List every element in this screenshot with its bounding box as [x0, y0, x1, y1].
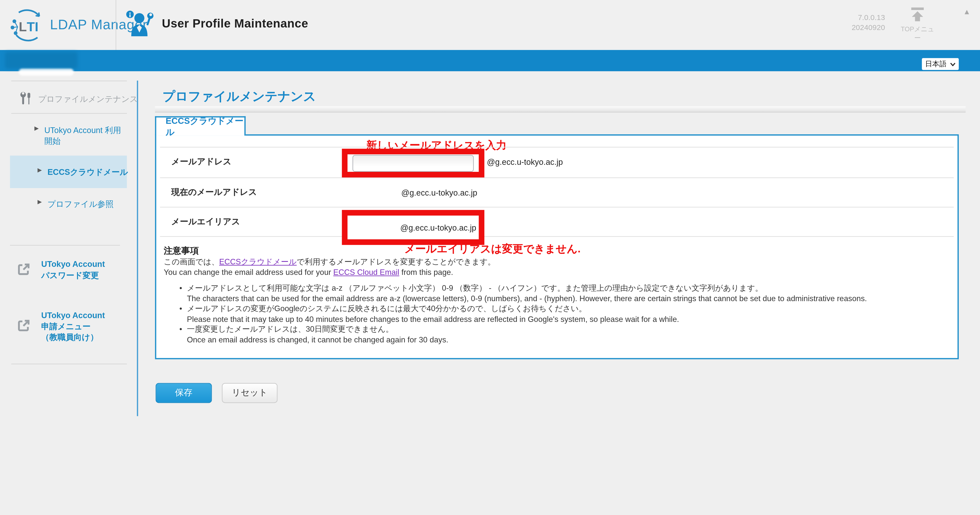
table-row-divider	[160, 236, 954, 237]
save-button[interactable]: 保存	[156, 383, 212, 403]
notes-text: この画面では、	[164, 258, 220, 266]
sidebar-link-password-change[interactable]: UTokyo Account パスワード変更	[17, 259, 105, 280]
sidebar-item-label: ECCSクラウドメール	[48, 167, 130, 177]
version-number: 7.0.0.13	[830, 13, 885, 22]
language-select[interactable]: 日本語	[922, 58, 959, 70]
chevron-down-icon	[950, 62, 956, 66]
table-row-divider	[160, 147, 954, 147]
bullet-en: Please note that it may take up to 40 mi…	[187, 314, 952, 324]
email-address-label: メールアドレス	[171, 156, 231, 168]
bullet-jp: メールアドレスとして利用可能な文字は a-z （アルファベット小文字） 0-9 …	[187, 283, 952, 293]
notes-text: で利用するメールアドレスを変更することができます。	[297, 258, 496, 266]
table-row-divider	[160, 177, 954, 178]
page-title: プロファイルメンテナンス	[162, 88, 316, 105]
external-link-icon	[17, 319, 30, 332]
triangle-right-icon: ▶	[38, 199, 42, 209]
email-alias-label: メールエイリアス	[171, 216, 240, 227]
sidebar-section-header: プロファイルメンテナンス	[19, 91, 138, 108]
tab-label: ECCSクラウドメール	[165, 115, 245, 138]
email-local-part-input[interactable]	[353, 154, 474, 171]
bullet-jp: 一度変更したメールアドレスは、30日間変更できません。	[187, 324, 952, 335]
list-item: 一度変更したメールアドレスは、30日間変更できません。 Once an emai…	[177, 324, 952, 345]
redacted-username	[5, 52, 78, 68]
sidebar-link-label: 申請メニュー	[41, 321, 105, 332]
reset-button[interactable]: リセット	[222, 383, 277, 403]
notes-intro-jp: この画面では、ECCSクラウドメールで利用するメールアドレスを変更することができ…	[164, 257, 945, 267]
bullet-en: The characters that can be used for the …	[187, 293, 952, 304]
sidebar-item-label: UTokyo Account 利用	[44, 125, 127, 135]
notes-heading: 注意事項	[164, 246, 199, 257]
language-select-value: 日本語	[925, 59, 947, 68]
current-email-value: @g.ecc.u-tokyo.ac.jp	[401, 188, 477, 197]
annotation-box-email-input	[342, 149, 484, 178]
divider	[11, 364, 127, 364]
notes-intro-en: You can change the email address used fo…	[164, 267, 945, 278]
ldap-logo-icon: LTI	[10, 8, 45, 43]
notes-bullet-list: メールアドレスとして利用可能な文字は a-z （アルファベット小文字） 0-9 …	[177, 283, 952, 345]
scroll-top-icon[interactable]: ▲	[963, 8, 971, 16]
annotation-alias-hint: メールエイリアスは変更できません.	[404, 242, 581, 256]
sidebar-section-title: プロファイルメンテナンス	[38, 94, 138, 105]
sidebar-link-label: （教職員向け）	[41, 332, 105, 343]
user-bar	[0, 50, 980, 71]
page: LTI LDAP Manager User Profile Maintena	[0, 0, 980, 515]
email-domain-suffix: @g.ecc.u-tokyo.ac.jp	[487, 157, 563, 167]
notes-text: You can change the email address used fo…	[164, 268, 334, 277]
title-underline	[155, 106, 966, 113]
sidebar-item-label: 開始	[44, 135, 127, 146]
redaction-artifact	[19, 69, 74, 76]
notes-text: from this page.	[399, 268, 453, 277]
table-row-divider	[160, 207, 954, 207]
triangle-right-icon: ▶	[34, 125, 38, 146]
sidebar-link-label: パスワード変更	[41, 270, 105, 281]
email-alias-value: @g.ecc.u-tokyo.ac.jp	[400, 223, 476, 232]
sidebar-item-eccs-cloud-mail[interactable]: ▶ ECCSクラウドメール	[38, 167, 130, 177]
sidebar-item-label: プロファイル参照	[48, 199, 130, 209]
bullet-jp: メールアドレスの変更がGoogleのシステムに反映されるには最大で40分かかるの…	[187, 304, 952, 314]
list-item: メールアドレスとして利用可能な文字は a-z （アルファベット小文字） 0-9 …	[177, 283, 952, 304]
sidebar-link-label: UTokyo Account	[41, 259, 105, 270]
bullet-en: Once an email address is changed, it can…	[187, 335, 952, 345]
page-header-title: User Profile Maintenance	[162, 17, 308, 30]
list-item: メールアドレスの変更がGoogleのシステムに反映されるには最大で40分かかるの…	[177, 304, 952, 324]
eccs-cloud-mail-link-jp[interactable]: ECCSクラウドメール	[219, 258, 297, 266]
tools-icon	[19, 91, 32, 108]
svg-text:LTI: LTI	[19, 19, 38, 34]
top-menu-label: TOPメニュー	[899, 25, 936, 43]
sidebar-item-profile-reference[interactable]: ▶ プロファイル参照	[38, 199, 130, 209]
tab-eccs-cloud-mail[interactable]: ECCSクラウドメール	[155, 116, 246, 135]
sidebar-item-utokyo-account-start[interactable]: ▶ UTokyo Account 利用 開始	[34, 125, 127, 146]
sidebar-divider-line	[137, 81, 138, 416]
app-header: LTI LDAP Manager User Profile Maintena	[0, 0, 980, 50]
user-profile-icon	[125, 10, 154, 38]
external-link-icon	[17, 262, 30, 276]
eccs-cloud-email-link-en[interactable]: ECCS Cloud Email	[333, 268, 399, 277]
triangle-right-icon: ▶	[38, 167, 42, 177]
top-menu-button[interactable]: TOPメニュー	[899, 7, 936, 42]
current-email-label: 現在のメールアドレス	[171, 187, 257, 198]
content-panel: 新しいメールアドレスを入力 メールアドレス @g.ecc.u-tokyo.ac.…	[155, 134, 959, 359]
header-divider	[116, 0, 116, 50]
sidebar-link-application-menu[interactable]: UTokyo Account 申請メニュー （教職員向け）	[17, 310, 105, 343]
divider	[11, 113, 127, 114]
notes-intro: この画面では、ECCSクラウドメールで利用するメールアドレスを変更することができ…	[164, 257, 945, 278]
divider	[11, 81, 127, 81]
annotation-box-email-alias: @g.ecc.u-tokyo.ac.jp	[342, 210, 484, 245]
upload-arrow-icon	[910, 7, 926, 22]
sidebar-link-label: UTokyo Account	[41, 310, 105, 321]
version-info: 7.0.0.13 20240920	[830, 13, 885, 32]
divider	[10, 245, 120, 245]
build-date: 20240920	[830, 22, 885, 32]
